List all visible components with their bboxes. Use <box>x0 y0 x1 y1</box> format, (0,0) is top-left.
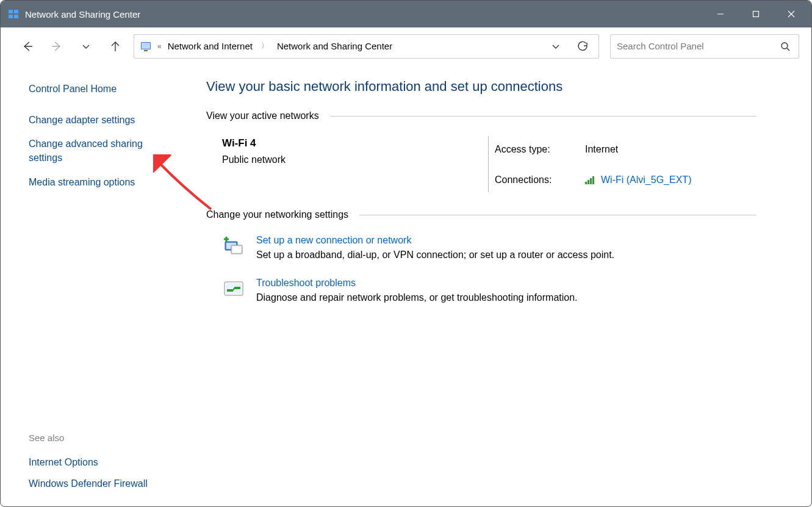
network-name: Wi-Fi 4 <box>222 137 484 149</box>
minimize-button[interactable] <box>703 1 738 27</box>
svg-rect-3 <box>14 15 18 18</box>
toolbar: « Network and Internet 〉 Network and Sha… <box>1 27 811 65</box>
svg-point-14 <box>781 43 788 49</box>
svg-rect-13 <box>144 50 148 51</box>
active-networks-header: View your active networks <box>206 110 319 121</box>
address-bar[interactable]: « Network and Internet 〉 Network and Sha… <box>134 34 599 59</box>
breadcrumb-network-and-sharing-center[interactable]: Network and Sharing Center <box>276 38 393 54</box>
control-panel-icon <box>139 40 153 53</box>
change-advanced-sharing-settings-link[interactable]: Change advanced sharing settings <box>29 132 174 170</box>
svg-rect-5 <box>753 12 759 17</box>
window-title: Network and Sharing Center <box>25 9 140 20</box>
change-adapter-settings-link[interactable]: Change adapter settings <box>29 108 174 132</box>
control-panel-home-link[interactable]: Control Panel Home <box>29 80 174 108</box>
breadcrumb-network-and-internet[interactable]: Network and Internet <box>167 38 254 54</box>
up-button[interactable] <box>101 34 130 59</box>
connections-label: Connections: <box>495 174 574 185</box>
troubleshoot-link[interactable]: Troubleshoot problems <box>256 278 578 289</box>
setup-connection-item: Set up a new connection or network Set u… <box>206 231 756 274</box>
change-networking-settings-header: Change your networking settings <box>206 209 348 220</box>
divider <box>359 215 756 215</box>
title-bar: Network and Sharing Center <box>1 1 811 27</box>
svg-rect-18 <box>590 178 592 184</box>
setup-connection-desc: Set up a broadband, dial-up, or VPN conn… <box>256 250 614 261</box>
back-button[interactable] <box>13 34 42 59</box>
vertical-divider <box>488 136 489 192</box>
access-type-value: Internet <box>585 144 691 155</box>
internet-options-link[interactable]: Internet Options <box>29 451 174 473</box>
search-box[interactable] <box>610 34 799 59</box>
svg-rect-2 <box>9 15 13 18</box>
svg-rect-1 <box>14 10 18 13</box>
page-title: View your basic network information and … <box>206 79 756 95</box>
active-network-panel: Wi-Fi 4 Public network Access type: Inte… <box>206 132 756 209</box>
troubleshoot-item: Troubleshoot problems Diagnose and repai… <box>206 274 756 317</box>
svg-rect-0 <box>9 10 13 13</box>
svg-rect-16 <box>585 182 587 184</box>
svg-rect-12 <box>142 43 150 49</box>
svg-rect-17 <box>587 180 589 184</box>
network-type: Public network <box>222 154 484 165</box>
svg-rect-23 <box>232 246 241 253</box>
sidebar: Control Panel Home Change adapter settin… <box>1 65 187 506</box>
app-icon <box>8 9 19 20</box>
see-also-header: See also <box>29 433 174 451</box>
svg-rect-19 <box>592 176 594 184</box>
svg-rect-27 <box>227 289 233 292</box>
svg-rect-28 <box>234 287 240 289</box>
maximize-button[interactable] <box>738 1 774 27</box>
close-button[interactable] <box>774 1 809 27</box>
troubleshoot-desc: Diagnose and repair network problems, or… <box>256 292 578 303</box>
recent-locations-button[interactable] <box>71 34 101 59</box>
windows-defender-firewall-link[interactable]: Windows Defender Firewall <box>29 473 174 494</box>
setup-connection-link[interactable]: Set up a new connection or network <box>256 235 614 246</box>
refresh-button[interactable] <box>572 35 594 57</box>
troubleshoot-icon <box>222 278 245 301</box>
media-streaming-options-link[interactable]: Media streaming options <box>29 170 174 194</box>
divider <box>330 116 756 117</box>
search-icon[interactable] <box>778 39 792 54</box>
history-dropdown-button[interactable] <box>545 35 567 57</box>
breadcrumb-overflow-icon[interactable]: « <box>157 42 162 51</box>
svg-line-15 <box>787 48 789 51</box>
main-content: View your basic network information and … <box>187 65 811 506</box>
chevron-right-icon[interactable]: 〉 <box>259 41 271 51</box>
wifi-signal-icon <box>585 176 596 184</box>
access-type-label: Access type: <box>495 144 574 155</box>
setup-connection-icon <box>222 235 245 258</box>
search-input[interactable] <box>617 41 778 51</box>
connection-link[interactable]: Wi-Fi (Alvi_5G_EXT) <box>601 174 691 185</box>
forward-button[interactable] <box>42 34 71 59</box>
